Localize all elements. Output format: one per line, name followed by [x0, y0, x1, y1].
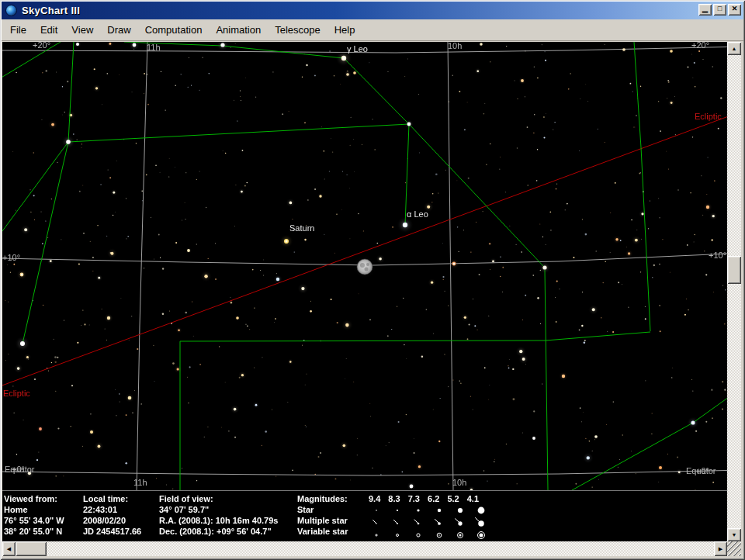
- app-window: SkyChart III ▁ □ ✕ File Edit View Draw C…: [0, 0, 745, 560]
- local-time-header: Local time:: [83, 494, 128, 503]
- viewed-from-header: Viewed from:: [4, 494, 57, 503]
- vertical-scroll-thumb[interactable]: [727, 256, 741, 284]
- declination-value: Dec. (2008.1): +09° 56' 04.7": [159, 527, 272, 536]
- minimize-button[interactable]: ▁: [698, 4, 712, 16]
- menu-item-computation[interactable]: Computation: [138, 22, 210, 37]
- field-of-view-value: 34° 07' 59.7": [159, 505, 209, 514]
- horizontal-scrollbar[interactable]: ◀ ▶: [2, 541, 727, 556]
- scroll-up-button[interactable]: ▲: [727, 42, 741, 55]
- menu-bar: File Edit View Draw Computation Animatio…: [2, 19, 743, 41]
- local-time-date: 2008/02/20: [83, 516, 126, 525]
- magnitude-values: 9.4 8.3 7.3 6.2 5.2 4.1: [369, 494, 479, 503]
- resize-grip[interactable]: [727, 541, 741, 556]
- scroll-left-button[interactable]: ◀: [2, 541, 16, 556]
- viewed-from-latitude: 38° 20' 55.0" N: [4, 527, 62, 536]
- app-icon[interactable]: [5, 5, 17, 16]
- menu-item-draw[interactable]: Draw: [100, 22, 137, 37]
- scroll-right-button[interactable]: ▶: [714, 541, 727, 556]
- local-time-clock: 22:43:01: [83, 505, 117, 514]
- viewed-from-location: Home: [4, 505, 28, 514]
- horizontal-scroll-thumb[interactable]: [16, 541, 47, 556]
- menu-item-view[interactable]: View: [64, 22, 100, 37]
- vertical-scrollbar[interactable]: ▲ ▼: [727, 42, 741, 541]
- menu-item-help[interactable]: Help: [327, 22, 362, 37]
- julian-date: JD 2454517.66: [83, 527, 141, 536]
- viewed-from-longitude: 76° 55' 34.0" W: [4, 516, 64, 525]
- field-of-view-header: Field of view:: [159, 494, 213, 503]
- menu-item-telescope[interactable]: Telescope: [268, 22, 327, 37]
- menu-item-animation[interactable]: Animation: [209, 22, 268, 37]
- legend-multiple-star-label: Multiple star: [297, 516, 348, 525]
- sky-chart-canvas[interactable]: [2, 42, 727, 490]
- menu-item-file[interactable]: File: [3, 22, 33, 37]
- star-chart[interactable]: +20°11hγ Leo10h+20°Eclipticα LeoSaturn+1…: [2, 42, 727, 490]
- magnitudes-header: Magnitudes:: [297, 494, 348, 503]
- close-button[interactable]: ✕: [728, 4, 741, 16]
- right-ascension-value: R.A. (2008.1): 10h 16m 40.79s: [159, 516, 278, 525]
- window-title: SkyChart III: [22, 5, 80, 16]
- title-bar[interactable]: SkyChart III ▁ □ ✕: [2, 2, 743, 19]
- legend-variable-star-label: Variable star: [297, 527, 348, 536]
- scroll-down-button[interactable]: ▼: [727, 528, 741, 541]
- status-bar: Viewed from: Home 76° 55' 34.0" W 38° 20…: [2, 490, 727, 541]
- menu-item-edit[interactable]: Edit: [33, 22, 64, 37]
- magnitude-symbols: [367, 503, 491, 541]
- maximize-button[interactable]: □: [713, 4, 726, 16]
- legend-star-label: Star: [297, 505, 314, 514]
